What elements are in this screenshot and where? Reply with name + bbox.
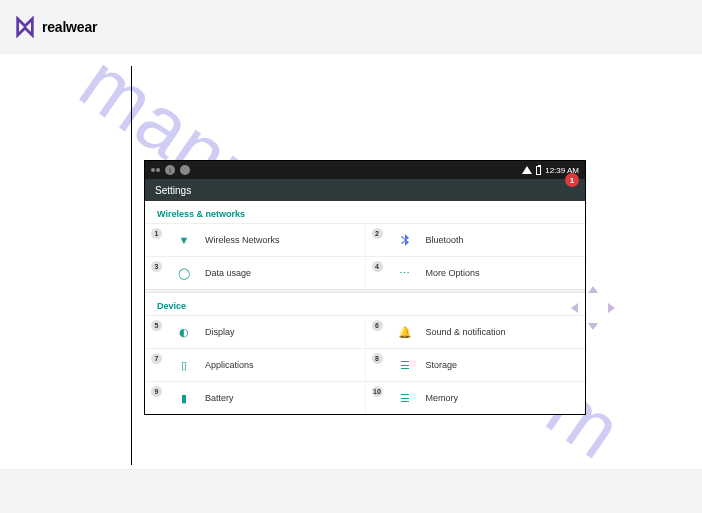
dpad-up-icon [588, 286, 598, 293]
brand-name: realwear [42, 19, 97, 35]
item-number: 9 [151, 386, 162, 397]
vertical-divider [131, 66, 132, 465]
section-header-device: Device [145, 293, 585, 315]
more-icon: ⋯ [398, 266, 412, 280]
item-label: Wireless Networks [205, 235, 280, 245]
item-label: Data usage [205, 268, 251, 278]
item-label: Bluetooth [426, 235, 464, 245]
status-icon [180, 165, 190, 175]
android-status-bar: i 12:39 AM [145, 161, 585, 179]
item-label: Sound & notification [426, 327, 506, 337]
bell-icon: 🔔 [398, 325, 412, 339]
setting-data-usage[interactable]: 3 ◯ Data usage [145, 257, 366, 289]
setting-wireless-networks[interactable]: 1 ▼ Wireless Networks [145, 224, 366, 256]
setting-sound[interactable]: 6 🔔 Sound & notification [366, 316, 586, 348]
setting-battery[interactable]: 9 ▮ Battery [145, 382, 366, 414]
bluetooth-icon [398, 233, 412, 247]
item-label: Storage [426, 360, 458, 370]
setting-bluetooth[interactable]: 2 Bluetooth [366, 224, 586, 256]
item-number: 8 [372, 353, 383, 364]
item-label: Battery [205, 393, 234, 403]
item-number: 2 [372, 228, 383, 239]
dpad-right-icon [608, 303, 615, 313]
setting-memory[interactable]: 10 ☰ Memory [366, 382, 586, 414]
wifi-icon [522, 166, 532, 174]
item-number: 10 [372, 386, 383, 397]
item-number: 4 [372, 261, 383, 272]
memory-icon: ☰ [398, 391, 412, 405]
screen-title: Settings [155, 185, 191, 196]
item-label: Applications [205, 360, 254, 370]
section-header-networks: Wireless & networks [145, 201, 585, 223]
item-number: 5 [151, 320, 162, 331]
item-label: More Options [426, 268, 480, 278]
item-label: Memory [426, 393, 459, 403]
setting-storage[interactable]: 8 ☰ Storage [366, 349, 586, 381]
battery-icon [536, 166, 541, 175]
info-icon: i [165, 165, 175, 175]
dpad-down-icon [588, 323, 598, 330]
device-screenshot: i 12:39 AM Settings 1 Wireless & network… [144, 160, 586, 415]
setting-applications[interactable]: 7 ▯ Applications [145, 349, 366, 381]
item-label: Display [205, 327, 235, 337]
item-number: 1 [151, 228, 162, 239]
battery-icon: ▮ [177, 391, 191, 405]
storage-icon: ☰ [398, 358, 412, 372]
setting-more-options[interactable]: 4 ⋯ More Options [366, 257, 586, 289]
notification-badge: 1 [565, 173, 579, 187]
settings-title-bar: Settings 1 [145, 179, 585, 201]
wifi-icon: ▼ [177, 233, 191, 247]
data-usage-icon: ◯ [177, 266, 191, 280]
status-left-icons: i [151, 165, 190, 175]
settings-body: Wireless & networks 1 ▼ Wireless Network… [145, 201, 585, 414]
page-footer [0, 469, 702, 513]
item-number: 6 [372, 320, 383, 331]
logo-icon [14, 16, 36, 38]
page-header: realwear [0, 0, 702, 54]
setting-display[interactable]: 5 ◐ Display [145, 316, 366, 348]
item-number: 7 [151, 353, 162, 364]
item-number: 3 [151, 261, 162, 272]
brand-logo: realwear [14, 16, 97, 38]
display-icon: ◐ [177, 325, 191, 339]
apps-icon: ▯ [177, 358, 191, 372]
